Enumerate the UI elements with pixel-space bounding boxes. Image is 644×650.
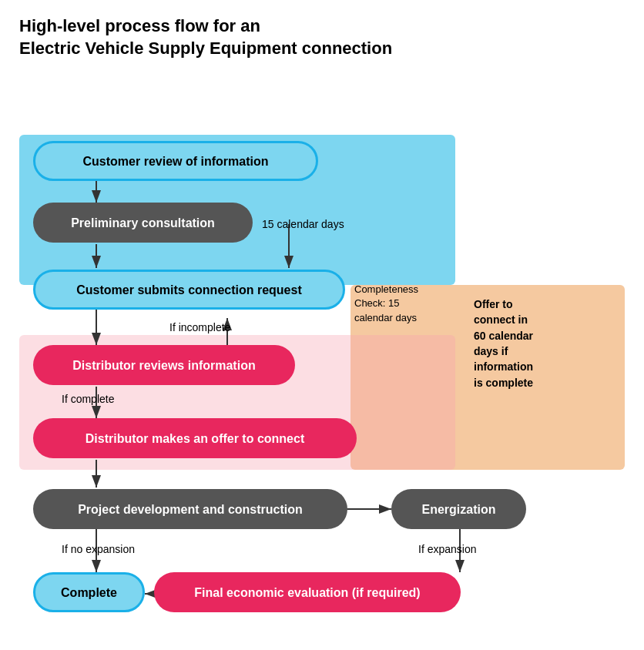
completeness-check-label: CompletenessCheck: 15calendar days <box>354 283 418 325</box>
calendar-days-label: 15 calendar days <box>262 218 344 230</box>
preliminary-node: Preliminary consultation <box>33 203 253 243</box>
offer-to-connect-node: Distributor makes an offer to connect <box>33 418 357 458</box>
final-eval-node: Final economic evaluation (if required) <box>154 572 461 612</box>
preliminary-label: Preliminary consultation <box>71 216 215 230</box>
offer-text-label: Offer toconnect in60 calendardays ifinfo… <box>474 297 533 390</box>
distributor-reviews-node: Distributor reviews information <box>33 345 295 385</box>
legend: Customer Distributor Distributor & Custo… <box>19 645 625 650</box>
final-eval-label: Final economic evaluation (if required) <box>194 585 420 600</box>
energization-node: Energization <box>391 489 526 529</box>
distributor-reviews-label: Distributor reviews information <box>72 358 255 373</box>
project-dev-node: Project development and construction <box>33 489 347 529</box>
page-title: High-level process flow for an Electric … <box>19 15 625 59</box>
customer-review-label: Customer review of information <box>83 154 269 169</box>
if-incomplete-label: If incomplete <box>169 321 230 333</box>
energization-label: Energization <box>421 502 495 517</box>
customer-review-node: Customer review of information <box>33 141 318 181</box>
if-no-expansion-label: If no expansion <box>62 543 135 555</box>
project-dev-label: Project development and construction <box>78 502 303 517</box>
if-complete-label: If complete <box>62 393 114 405</box>
if-expansion-label: If expansion <box>418 543 477 555</box>
connection-request-node: Customer submits connection request <box>33 270 345 310</box>
connection-request-label: Customer submits connection request <box>76 283 302 297</box>
complete-node: Complete <box>33 572 145 612</box>
offer-to-connect-label: Distributor makes an offer to connect <box>86 431 305 446</box>
complete-label: Complete <box>61 585 117 600</box>
